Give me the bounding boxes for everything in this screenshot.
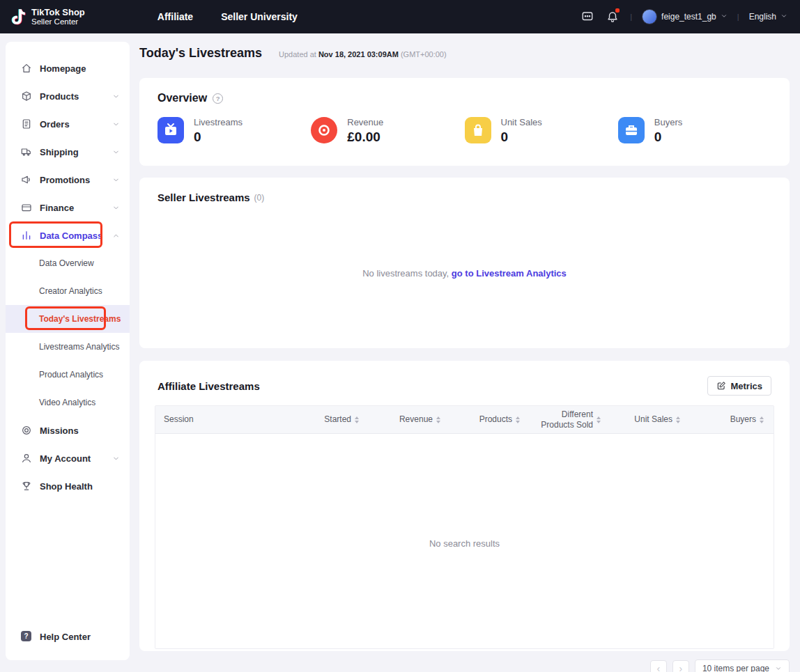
- page-size-label: 10 items per page: [702, 664, 769, 672]
- logo-text: TikTok Shop Seller Center: [31, 8, 85, 26]
- box-icon: [21, 91, 32, 102]
- sidebar-subitem-creator-analytics[interactable]: Creator Analytics: [6, 277, 130, 305]
- overview-metrics: Livestreams 0 Revenue £0.00 Unit Sales 0: [157, 117, 771, 145]
- credit-card-icon: [21, 202, 32, 213]
- sidebar-item-label: Missions: [40, 425, 79, 436]
- pagination: 10 items per page: [139, 659, 790, 672]
- metric-value: 0: [501, 130, 542, 145]
- chevron-down-icon: [112, 120, 120, 128]
- page-size-selector[interactable]: 10 items per page: [695, 659, 790, 672]
- logo-line1: TikTok Shop: [31, 8, 85, 17]
- sidebar-item-label: Promotions: [40, 175, 90, 185]
- separator: |: [630, 13, 632, 21]
- sidebar-subitem-todays-livestreams[interactable]: Today's Livestreams: [6, 305, 130, 333]
- metrics-button[interactable]: Metrics: [707, 376, 771, 396]
- help-circle-icon[interactable]: [213, 93, 223, 104]
- sidebar-subitem-product-analytics[interactable]: Product Analytics: [6, 361, 130, 389]
- metric-value: 0: [194, 130, 243, 145]
- person-icon: [21, 453, 32, 464]
- sidebar-item-my-account[interactable]: My Account: [6, 444, 130, 472]
- sidebar-item-orders[interactable]: Orders: [6, 110, 130, 138]
- sort-icon[interactable]: [516, 416, 520, 423]
- previous-page-button[interactable]: [650, 660, 667, 672]
- subitem-label: Today's Livestreams: [39, 314, 121, 324]
- chat-icon[interactable]: [580, 9, 595, 24]
- nav-seller-university[interactable]: Seller University: [221, 11, 298, 22]
- notifications-bell-icon[interactable]: [605, 9, 620, 24]
- sidebar-item-label: Products: [40, 91, 79, 102]
- sidebar-item-data-compass[interactable]: Data Compass: [6, 221, 130, 249]
- sidebar-item-homepage[interactable]: Homepage: [6, 54, 130, 82]
- sort-icon[interactable]: [436, 416, 440, 423]
- chevron-down-icon: [112, 93, 120, 100]
- home-icon: [21, 63, 32, 74]
- trophy-icon: [21, 480, 32, 492]
- livestream-icon: [157, 117, 184, 143]
- column-revenue: Revenue: [363, 414, 445, 425]
- livestream-analytics-link[interactable]: go to Livestream Analytics: [452, 268, 567, 279]
- metric-value: £0.00: [347, 130, 383, 145]
- column-unit-sales: Unit Sales: [605, 414, 684, 425]
- overview-title: Overview: [157, 92, 207, 104]
- chevron-down-icon: [775, 665, 782, 672]
- avatar: [642, 9, 657, 24]
- sidebar-item-finance[interactable]: Finance: [6, 194, 130, 221]
- empty-text: No livestreams today,: [362, 268, 449, 279]
- sidebar-item-shipping[interactable]: Shipping: [6, 138, 130, 166]
- sidebar-item-label: Data Compass: [40, 230, 102, 241]
- sidebar-subitem-data-overview[interactable]: Data Overview: [6, 249, 130, 277]
- page-header: Today's Livestreams Updated at Nov 18, 2…: [139, 46, 790, 61]
- sort-icon[interactable]: [676, 416, 680, 423]
- updated-timezone: (GMT+00:00): [401, 50, 447, 58]
- sort-icon[interactable]: [355, 416, 359, 423]
- metrics-button-label: Metrics: [730, 381, 762, 391]
- sort-icon[interactable]: [597, 416, 601, 423]
- sidebar-item-label: Homepage: [40, 63, 86, 74]
- tiktok-shop-logo[interactable]: TikTok Shop Seller Center: [0, 8, 85, 26]
- column-label: Started: [324, 414, 351, 425]
- updated-prefix: Updated at: [279, 50, 316, 58]
- affiliate-table: Session Started Revenue Products Differe…: [155, 405, 774, 649]
- sidebar-subitem-livestreams-analytics[interactable]: Livestreams Analytics: [6, 333, 130, 361]
- subitem-label: Livestreams Analytics: [39, 342, 119, 352]
- column-different-products-sold: Different Products Sold: [524, 409, 605, 430]
- sidebar-item-missions[interactable]: Missions: [6, 416, 130, 444]
- affiliate-livestreams-card: Affiliate Livestreams Metrics Session St…: [139, 361, 790, 651]
- sidebar-item-products[interactable]: Products: [6, 82, 130, 110]
- sidebar-item-help-center[interactable]: Help Center: [6, 623, 130, 650]
- nav-affiliate[interactable]: Affiliate: [157, 11, 193, 22]
- metric-value: 0: [654, 130, 682, 145]
- next-page-button[interactable]: [672, 660, 689, 672]
- sidebar-subitem-video-analytics[interactable]: Video Analytics: [6, 389, 130, 416]
- logo-line2: Seller Center: [31, 17, 85, 26]
- page-title: Today's Livestreams: [139, 46, 262, 61]
- sort-icon[interactable]: [760, 416, 764, 423]
- document-icon: [21, 118, 32, 130]
- column-session: Session: [155, 414, 288, 425]
- subitem-label: Product Analytics: [39, 370, 103, 380]
- language-selector[interactable]: English: [749, 12, 787, 22]
- chevron-down-icon: [112, 455, 120, 462]
- user-menu[interactable]: feige_test1_gb: [642, 9, 728, 24]
- seller-livestreams-card: Seller Livestreams (0) No livestreams to…: [139, 178, 790, 348]
- username: feige_test1_gb: [661, 12, 716, 22]
- column-label: Revenue: [399, 414, 433, 425]
- seller-empty-state: No livestreams today, go to Livestream A…: [139, 268, 790, 279]
- metric-label: Unit Sales: [501, 117, 542, 127]
- metric-livestreams: Livestreams 0: [157, 117, 311, 145]
- chevron-down-icon: [112, 148, 120, 156]
- metric-unit-sales: Unit Sales 0: [465, 117, 618, 145]
- sidebar-item-shop-health[interactable]: Shop Health: [6, 472, 130, 500]
- revenue-icon: [311, 117, 337, 143]
- column-products: Products: [445, 414, 524, 425]
- table-body: No search results: [155, 434, 774, 648]
- bar-chart-icon: [21, 230, 32, 241]
- help-icon: [21, 631, 32, 642]
- column-started: Started: [288, 414, 363, 425]
- chevron-up-icon: [112, 232, 120, 240]
- sidebar-item-promotions[interactable]: Promotions: [6, 166, 130, 194]
- metric-revenue: Revenue £0.00: [311, 117, 464, 145]
- column-label: Buyers: [730, 414, 756, 425]
- column-label: Different Products Sold: [539, 409, 593, 430]
- target-icon: [21, 425, 32, 436]
